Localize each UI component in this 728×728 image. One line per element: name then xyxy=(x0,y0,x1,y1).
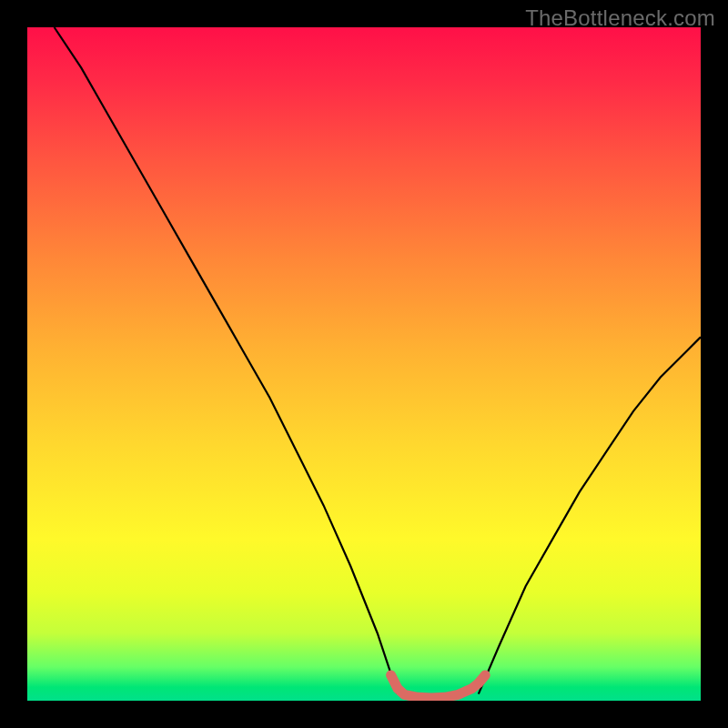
valley-curve-path xyxy=(391,675,486,698)
curve-layer xyxy=(27,27,701,701)
left-curve-path xyxy=(55,27,398,694)
plot-area xyxy=(27,27,701,701)
right-curve-path xyxy=(479,337,701,693)
watermark-label: TheBottleneck.com xyxy=(525,5,715,31)
chart-frame: TheBottleneck.com xyxy=(0,0,728,728)
